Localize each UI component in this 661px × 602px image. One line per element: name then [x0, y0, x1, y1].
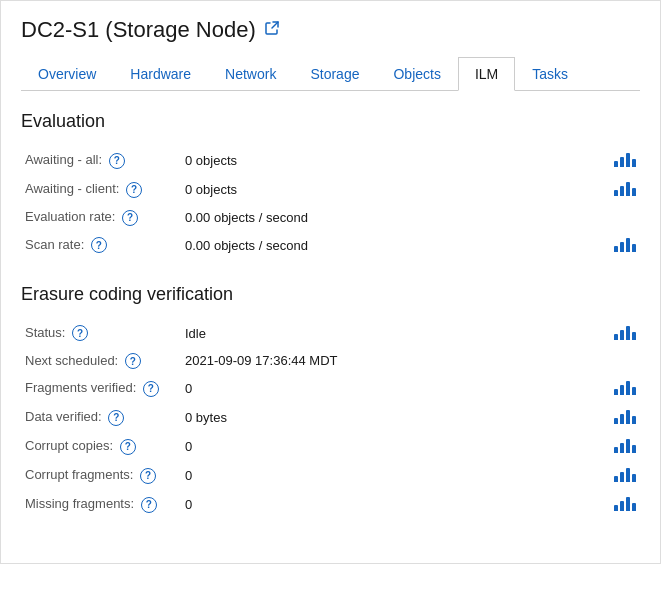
tab-network[interactable]: Network — [208, 57, 293, 91]
table-row: Status: ? Idle — [21, 319, 640, 348]
page-container: DC2-S1 (Storage Node) Overview Hardware … — [0, 0, 661, 564]
metric-value: 0 — [181, 432, 610, 461]
chart-icon[interactable] — [614, 466, 636, 482]
help-icon[interactable]: ? — [143, 381, 159, 397]
metric-label: Awaiting - all: ? — [21, 146, 181, 175]
table-row: Awaiting - all: ? 0 objects — [21, 146, 640, 175]
metric-value: 0 — [181, 461, 610, 490]
help-icon[interactable]: ? — [120, 439, 136, 455]
external-link-icon[interactable] — [264, 20, 280, 40]
chart-icon[interactable] — [614, 437, 636, 453]
table-row: Fragments verified: ? 0 — [21, 374, 640, 403]
chart-icon[interactable] — [614, 379, 636, 395]
metric-value: 0 objects — [181, 175, 610, 204]
metric-chart-cell — [610, 204, 640, 231]
tab-objects[interactable]: Objects — [376, 57, 457, 91]
evaluation-title: Evaluation — [21, 111, 640, 132]
help-icon[interactable]: ? — [108, 410, 124, 426]
metric-chart-cell — [610, 175, 640, 204]
table-row: Missing fragments: ? 0 — [21, 490, 640, 519]
tab-storage[interactable]: Storage — [293, 57, 376, 91]
help-icon[interactable]: ? — [72, 325, 88, 341]
table-row: Corrupt copies: ? 0 — [21, 432, 640, 461]
metric-value: 0 — [181, 374, 610, 403]
metric-chart-cell — [610, 231, 640, 260]
metric-chart-cell — [610, 432, 640, 461]
tab-tasks[interactable]: Tasks — [515, 57, 585, 91]
erasure-coding-title: Erasure coding verification — [21, 284, 640, 305]
tabs-nav: Overview Hardware Network Storage Object… — [21, 57, 640, 91]
help-icon[interactable]: ? — [126, 182, 142, 198]
help-icon[interactable]: ? — [140, 468, 156, 484]
metric-label: Evaluation rate: ? — [21, 204, 181, 231]
help-icon[interactable]: ? — [109, 153, 125, 169]
chart-icon[interactable] — [614, 151, 636, 167]
table-row: Evaluation rate: ? 0.00 objects / second — [21, 204, 640, 231]
help-icon[interactable]: ? — [125, 353, 141, 369]
metric-chart-cell — [610, 374, 640, 403]
metric-label: Next scheduled: ? — [21, 348, 181, 375]
help-icon[interactable]: ? — [122, 210, 138, 226]
metric-chart-cell — [610, 348, 640, 375]
metric-label: Corrupt fragments: ? — [21, 461, 181, 490]
metric-label: Data verified: ? — [21, 403, 181, 432]
table-row: Scan rate: ? 0.00 objects / second — [21, 231, 640, 260]
metric-value: 0 bytes — [181, 403, 610, 432]
table-row: Data verified: ? 0 bytes — [21, 403, 640, 432]
metric-value: 2021-09-09 17:36:44 MDT — [181, 348, 610, 375]
chart-icon[interactable] — [614, 180, 636, 196]
evaluation-section: Evaluation Awaiting - all: ? 0 objects A… — [21, 111, 640, 260]
table-row: Corrupt fragments: ? 0 — [21, 461, 640, 490]
metric-value: Idle — [181, 319, 610, 348]
metric-value: 0.00 objects / second — [181, 204, 610, 231]
help-icon[interactable]: ? — [141, 497, 157, 513]
tab-ilm[interactable]: ILM — [458, 57, 515, 91]
metric-label: Awaiting - client: ? — [21, 175, 181, 204]
tab-hardware[interactable]: Hardware — [113, 57, 208, 91]
page-title-row: DC2-S1 (Storage Node) — [21, 17, 640, 43]
chart-icon[interactable] — [614, 495, 636, 511]
evaluation-table: Awaiting - all: ? 0 objects Awaiting - c… — [21, 146, 640, 260]
chart-icon[interactable] — [614, 236, 636, 252]
chart-icon[interactable] — [614, 408, 636, 424]
metric-chart-cell — [610, 146, 640, 175]
metric-chart-cell — [610, 403, 640, 432]
metric-value: 0 objects — [181, 146, 610, 175]
metric-chart-cell — [610, 461, 640, 490]
erasure-coding-section: Erasure coding verification Status: ? Id… — [21, 284, 640, 520]
metric-label: Fragments verified: ? — [21, 374, 181, 403]
metric-value: 0.00 objects / second — [181, 231, 610, 260]
tab-overview[interactable]: Overview — [21, 57, 113, 91]
chart-icon[interactable] — [614, 324, 636, 340]
metric-label: Status: ? — [21, 319, 181, 348]
table-row: Awaiting - client: ? 0 objects — [21, 175, 640, 204]
metric-label: Scan rate: ? — [21, 231, 181, 260]
metric-chart-cell — [610, 490, 640, 519]
metric-label: Corrupt copies: ? — [21, 432, 181, 461]
page-title: DC2-S1 (Storage Node) — [21, 17, 256, 43]
metric-label: Missing fragments: ? — [21, 490, 181, 519]
table-row: Next scheduled: ? 2021-09-09 17:36:44 MD… — [21, 348, 640, 375]
metric-value: 0 — [181, 490, 610, 519]
help-icon[interactable]: ? — [91, 237, 107, 253]
erasure-coding-table: Status: ? Idle Next scheduled: ? 2021-09… — [21, 319, 640, 520]
metric-chart-cell — [610, 319, 640, 348]
